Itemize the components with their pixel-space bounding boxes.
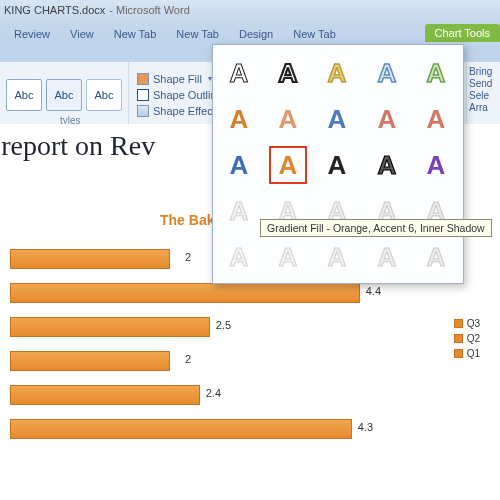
bring-forward-button[interactable]: Bring xyxy=(469,66,498,77)
svg-text:A: A xyxy=(377,242,396,272)
bar-value: 2.5 xyxy=(216,319,231,331)
legend-swatch-icon xyxy=(454,349,463,358)
svg-text:A: A xyxy=(230,196,249,226)
svg-text:A: A xyxy=(377,58,396,88)
tab-newtab-1[interactable]: New Tab xyxy=(104,25,167,42)
legend-swatch-icon xyxy=(454,319,463,328)
svg-text:A: A xyxy=(377,104,396,134)
arrange-group: Bring Send Sele Arra xyxy=(466,62,500,127)
chart-bar[interactable]: 2 xyxy=(10,249,170,269)
svg-text:A: A xyxy=(328,58,347,88)
effects-icon xyxy=(137,105,149,117)
pencil-icon xyxy=(137,89,149,101)
svg-text:A: A xyxy=(377,150,396,180)
wordart-style-option[interactable]: A xyxy=(369,239,405,275)
svg-text:A: A xyxy=(279,58,298,88)
svg-text:A: A xyxy=(230,150,249,180)
wordart-style-option[interactable]: A xyxy=(319,55,355,91)
shape-fill-label: Shape Fill xyxy=(153,73,202,85)
tab-design-1[interactable]: Design xyxy=(229,25,283,42)
wordart-style-option[interactable]: A xyxy=(369,55,405,91)
chart-tools-contextual: Chart Tools xyxy=(425,24,500,42)
shape-styles-group: Abc Abc Abc tyles xyxy=(0,62,129,127)
bar-row: 2 xyxy=(10,348,500,374)
wordart-style-option[interactable]: A xyxy=(221,193,257,229)
app-name: - Microsoft Word xyxy=(109,4,189,16)
tab-newtab-2[interactable]: New Tab xyxy=(166,25,229,42)
wordart-style-option[interactable]: A xyxy=(221,239,257,275)
wordart-style-option[interactable]: A xyxy=(221,147,257,183)
tab-review[interactable]: Review xyxy=(4,25,60,42)
bar-value: 2.4 xyxy=(206,387,221,399)
svg-text:A: A xyxy=(426,242,445,272)
document-name: KING CHARTS.docx xyxy=(4,4,105,16)
chart-bar[interactable]: 2 xyxy=(10,351,170,371)
wordart-style-option[interactable]: A xyxy=(369,101,405,137)
wordart-tooltip: Gradient Fill - Orange, Accent 6, Inner … xyxy=(260,219,492,237)
legend-label: Q1 xyxy=(467,348,480,359)
svg-text:A: A xyxy=(279,104,298,134)
arrange-label: Arra xyxy=(469,102,498,113)
svg-text:A: A xyxy=(328,150,347,180)
paint-bucket-icon xyxy=(137,73,149,85)
legend-swatch-icon xyxy=(454,334,463,343)
wordart-style-option[interactable]: A xyxy=(221,55,257,91)
svg-text:A: A xyxy=(426,150,445,180)
titlebar: KING CHARTS.docx - Microsoft Word xyxy=(0,0,500,20)
chart-bar[interactable]: 4.4 xyxy=(10,283,360,303)
wordart-style-option[interactable]: A xyxy=(270,147,306,183)
legend-item[interactable]: Q3 xyxy=(454,318,480,329)
bar-value: 2 xyxy=(185,251,191,263)
svg-text:A: A xyxy=(426,104,445,134)
wordart-style-option[interactable]: A xyxy=(369,147,405,183)
wordart-style-option[interactable]: A xyxy=(418,101,454,137)
chart-bar[interactable]: 2.4 xyxy=(10,385,200,405)
svg-text:A: A xyxy=(279,150,298,180)
wordart-style-option[interactable]: A xyxy=(319,239,355,275)
shape-style-preset-2[interactable]: Abc xyxy=(46,79,82,111)
svg-text:A: A xyxy=(230,242,249,272)
svg-text:A: A xyxy=(230,58,249,88)
bar-value: 4.4 xyxy=(366,285,381,297)
wordart-style-option[interactable]: A xyxy=(418,55,454,91)
chart-bar[interactable]: 2.5 xyxy=(10,317,210,337)
legend-label: Q2 xyxy=(467,333,480,344)
legend-label: Q3 xyxy=(467,318,480,329)
ribbon-tabs: Review View New Tab New Tab Design New T… xyxy=(0,20,500,42)
tab-view[interactable]: View xyxy=(60,25,104,42)
wordart-style-option[interactable]: A xyxy=(418,239,454,275)
wordart-style-option[interactable]: A xyxy=(319,101,355,137)
wordart-styles-gallery[interactable]: AAAAAAAAAAAAAAAAAAAAAAAAA xyxy=(212,44,464,284)
bar-row: 2.4 xyxy=(10,382,500,408)
legend-item[interactable]: Q1 xyxy=(454,348,480,359)
chart-legend[interactable]: Q3 Q2 Q1 xyxy=(454,318,480,363)
bar-row: 4.3 xyxy=(10,416,500,442)
svg-text:A: A xyxy=(279,242,298,272)
tab-newtab-3[interactable]: New Tab xyxy=(283,25,346,42)
send-backward-button[interactable]: Send xyxy=(469,78,498,89)
wordart-style-option[interactable]: A xyxy=(270,239,306,275)
svg-text:A: A xyxy=(230,104,249,134)
wordart-style-option[interactable]: A xyxy=(270,55,306,91)
shape-style-preset-1[interactable]: Abc xyxy=(6,79,42,111)
legend-item[interactable]: Q2 xyxy=(454,333,480,344)
chart-bar[interactable]: 4.3 xyxy=(10,419,352,439)
wordart-style-option[interactable]: A xyxy=(418,147,454,183)
shape-style-preset-3[interactable]: Abc xyxy=(86,79,122,111)
bar-row: 2.5 xyxy=(10,314,500,340)
svg-text:A: A xyxy=(426,58,445,88)
svg-text:A: A xyxy=(328,104,347,134)
selection-pane-button[interactable]: Sele xyxy=(469,90,498,101)
bar-value: 2 xyxy=(185,353,191,365)
wordart-style-option[interactable]: A xyxy=(221,101,257,137)
bar-value: 4.3 xyxy=(358,421,373,433)
wordart-style-option[interactable]: A xyxy=(319,147,355,183)
wordart-style-option[interactable]: A xyxy=(270,101,306,137)
svg-text:A: A xyxy=(328,242,347,272)
